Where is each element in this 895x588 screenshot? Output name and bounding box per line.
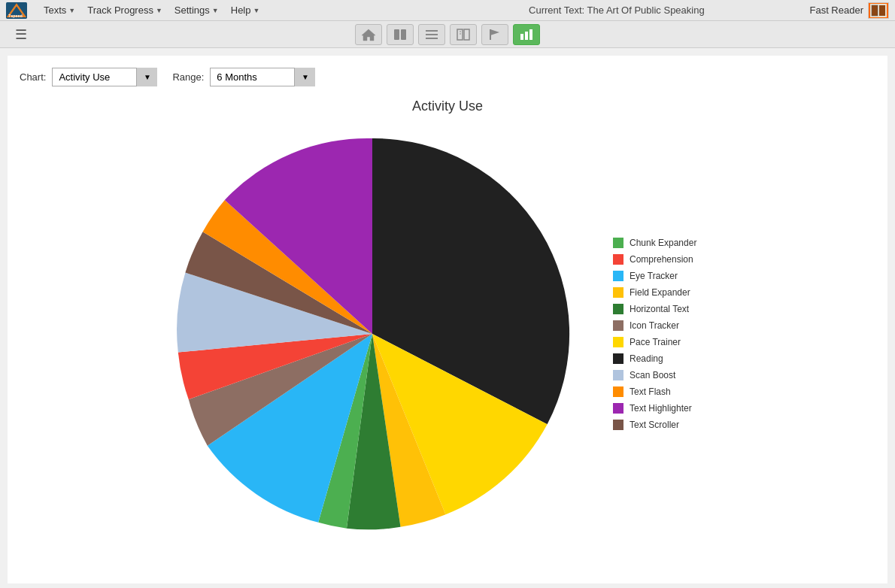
settings-chevron-icon: ▼ [212, 7, 219, 14]
main-content: Chart: Activity Use Speed Progress Compr… [8, 56, 887, 583]
svg-rect-9 [401, 29, 406, 40]
legend-color-pace-trainer [613, 337, 623, 347]
chart-legend: Chunk Expander Comprehension Eye Tracker… [613, 238, 733, 430]
legend-item-text-highlighter: Text Highlighter [613, 403, 733, 414]
legend-color-chunk-expander [613, 238, 623, 248]
chart-select[interactable]: Activity Use Speed Progress Comprehensio… [52, 68, 157, 86]
chart-select-wrapper[interactable]: Activity Use Speed Progress Comprehensio… [52, 68, 157, 86]
logo-area: 7speed [6, 2, 30, 19]
legend-label-horizontal-text: Horizontal Text [630, 304, 689, 314]
legend-item-text-scroller: Text Scroller [613, 420, 733, 430]
range-selector-group: Range: 1 Month 3 Months 6 Months 1 Year … [172, 68, 315, 86]
nav-texts[interactable]: Texts ▼ [38, 2, 81, 19]
legend-color-icon-tracker [613, 320, 623, 331]
svg-text:7speed: 7speed [8, 14, 23, 18]
legend-item-chunk-expander: Chunk Expander [613, 238, 733, 248]
legend-item-field-expander: Field Expander [613, 287, 733, 298]
legend-item-comprehension: Comprehension [613, 254, 733, 265]
svg-rect-11 [426, 34, 438, 35]
legend-color-text-flash [613, 386, 623, 397]
flag-button[interactable] [481, 24, 508, 45]
legend-label-pace-trainer: Pace Trainer [630, 337, 681, 347]
svg-rect-5 [879, 5, 885, 16]
legend-color-reading [613, 353, 623, 364]
svg-rect-4 [872, 5, 878, 16]
toolbar-icons [355, 24, 540, 45]
legend-color-eye-tracker [613, 271, 623, 281]
current-text-label: Current Text: The Art Of Public Speaking [423, 5, 809, 16]
legend-label-field-expander: Field Expander [630, 287, 690, 298]
help-chevron-icon: ▼ [253, 7, 260, 14]
legend-label-text-scroller: Text Scroller [630, 420, 679, 430]
chart-controls: Chart: Activity Use Speed Progress Compr… [20, 68, 875, 86]
fast-reader-icon [868, 2, 889, 19]
chart-selector-group: Chart: Activity Use Speed Progress Compr… [20, 68, 157, 86]
chart-label: Chart: [20, 71, 46, 83]
svg-rect-20 [525, 32, 528, 40]
legend-item-pace-trainer: Pace Trainer [613, 337, 733, 347]
logo-icon: 7speed [6, 2, 27, 19]
legend-label-eye-tracker: Eye Tracker [630, 271, 678, 281]
svg-rect-10 [426, 30, 438, 32]
svg-rect-14 [464, 29, 469, 40]
range-label: Range: [172, 71, 204, 83]
legend-label-scan-boost: Scan Boost [630, 370, 675, 380]
legend-label-text-highlighter: Text Highlighter [630, 403, 692, 414]
legend-item-scan-boost: Scan Boost [613, 370, 733, 380]
main-toolbar: ☰ [0, 21, 895, 48]
svg-marker-18 [490, 29, 499, 35]
legend-item-icon-tracker: Icon Tracker [613, 320, 733, 331]
legend-color-text-scroller [613, 420, 623, 430]
legend-color-horizontal-text [613, 304, 623, 314]
legend-item-text-flash: Text Flash [613, 386, 733, 397]
svg-rect-12 [426, 38, 438, 39]
range-select[interactable]: 1 Month 3 Months 6 Months 1 Year All Tim… [210, 68, 315, 86]
nav-menu: Texts ▼ Track Progress ▼ Settings ▼ Help… [38, 2, 423, 19]
legend-color-text-highlighter [613, 403, 623, 414]
list-button[interactable] [418, 24, 445, 45]
top-navigation: 7speed Texts ▼ Track Progress ▼ Settings… [0, 0, 895, 21]
legend-color-comprehension [613, 254, 623, 265]
nav-track-progress[interactable]: Track Progress ▼ [81, 2, 168, 19]
chart-title: Activity Use [20, 99, 875, 114]
legend-label-chunk-expander: Chunk Expander [630, 238, 696, 248]
fast-reader-label: Fast Reader [809, 5, 863, 16]
legend-item-eye-tracker: Eye Tracker [613, 271, 733, 281]
svg-rect-21 [529, 29, 532, 40]
home-button[interactable] [355, 24, 382, 45]
chart-area: Chunk Expander Comprehension Eye Tracker… [20, 123, 875, 544]
legend-label-reading: Reading [630, 353, 663, 364]
svg-marker-7 [362, 29, 375, 41]
legend-color-scan-boost [613, 370, 623, 380]
legend-item-reading: Reading [613, 353, 733, 364]
range-select-wrapper[interactable]: 1 Month 3 Months 6 Months 1 Year All Tim… [210, 68, 315, 86]
nav-help[interactable]: Help ▼ [225, 2, 266, 19]
legend-label-text-flash: Text Flash [630, 386, 671, 397]
columns-button[interactable] [450, 24, 477, 45]
legend-item-horizontal-text: Horizontal Text [613, 304, 733, 314]
texts-chevron-icon: ▼ [68, 7, 75, 14]
legend-label-icon-tracker: Icon Tracker [630, 320, 679, 331]
hamburger-menu-button[interactable]: ☰ [9, 23, 33, 46]
nav-settings[interactable]: Settings ▼ [168, 2, 225, 19]
chart-button[interactable] [513, 24, 540, 45]
track-progress-chevron-icon: ▼ [156, 7, 162, 14]
svg-rect-13 [457, 29, 463, 40]
svg-rect-8 [394, 29, 399, 40]
legend-color-field-expander [613, 287, 623, 298]
book-button[interactable] [387, 24, 414, 45]
fast-reader-area: Fast Reader [809, 2, 889, 19]
legend-label-comprehension: Comprehension [630, 254, 693, 265]
pie-chart [162, 123, 583, 544]
svg-rect-19 [520, 34, 523, 40]
